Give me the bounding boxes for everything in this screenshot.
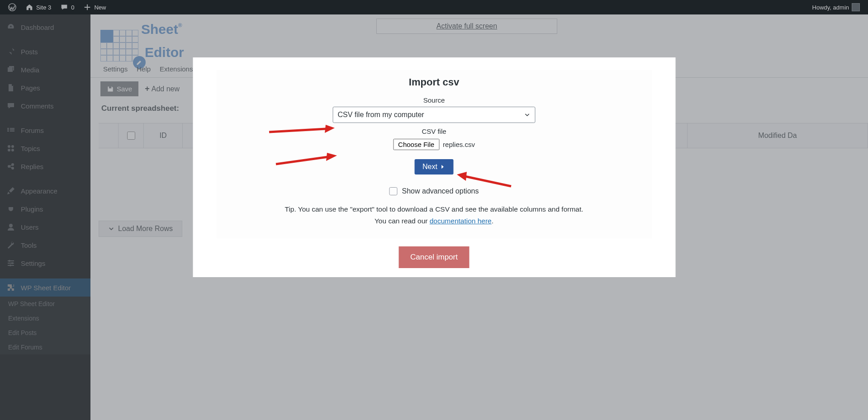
source-select[interactable]: CSV file from my computer [333, 107, 536, 123]
site-link[interactable]: Site 3 [21, 0, 56, 14]
plus-icon [83, 3, 91, 11]
advanced-label: Show advanced options [402, 187, 479, 195]
cancel-import-button[interactable]: Cancel import [398, 246, 470, 268]
site-name: Site 3 [36, 4, 51, 11]
source-label: Source [216, 96, 652, 104]
choose-file-button[interactable]: Choose File [393, 139, 439, 150]
wordpress-icon [8, 3, 16, 11]
advanced-checkbox[interactable] [389, 187, 398, 195]
comments-count: 0 [71, 4, 74, 11]
howdy-text: Howdy, admin [812, 4, 849, 11]
avatar [852, 3, 860, 11]
new-label: New [94, 4, 106, 11]
import-csv-modal: Import csv Source CSV file from my compu… [193, 57, 675, 277]
chevron-right-icon [440, 164, 446, 170]
tip-text: Tip. You can use the "export" tool to do… [216, 203, 652, 238]
csv-file-label: CSV file [216, 127, 652, 135]
modal-title: Import csv [216, 70, 652, 88]
howdy-link[interactable]: Howdy, admin [808, 0, 864, 14]
next-label: Next [422, 163, 437, 171]
wp-admin-bar: Site 3 0 New Howdy, admin [0, 0, 868, 14]
comments-link[interactable]: 0 [56, 0, 79, 14]
new-link[interactable]: New [79, 0, 110, 14]
wp-logo[interactable] [4, 0, 21, 14]
comment-icon [60, 3, 68, 11]
source-value: CSV file from my computer [338, 111, 424, 119]
chevron-down-icon [524, 112, 531, 118]
selected-filename: replies.csv [443, 141, 475, 148]
documentation-link[interactable]: documentation here [430, 217, 492, 225]
next-button[interactable]: Next [414, 159, 454, 175]
home-icon [25, 3, 33, 11]
